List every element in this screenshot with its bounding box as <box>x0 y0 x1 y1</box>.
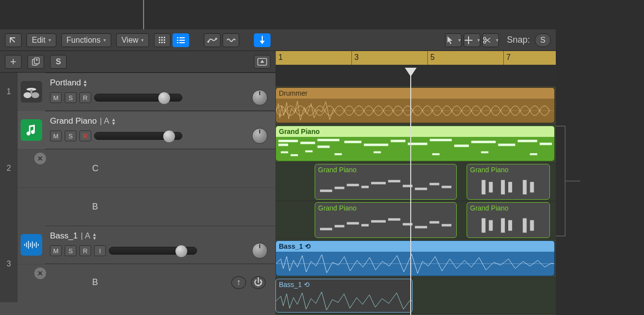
cycle-region[interactable]: 1 3 5 7 <box>275 51 556 65</box>
take-lane-label: B <box>63 188 275 226</box>
track-alternative-label: | A <box>81 231 91 241</box>
pointer-tool-button[interactable]: ▾ <box>445 33 462 47</box>
catch-playhead-button[interactable] <box>254 33 271 47</box>
svg-rect-49 <box>471 141 496 143</box>
duplicate-track-button[interactable] <box>27 55 44 69</box>
svg-rect-72 <box>489 182 493 193</box>
piano-region-alt-c2[interactable]: Grand Piano <box>467 164 550 200</box>
region-name: Drummer <box>279 89 307 97</box>
tracks-toolbar: Edit▾ Functions▾ View▾ ▾ ▾ ▾ Snap: S <box>0 29 556 51</box>
add-track-button[interactable]: + <box>5 55 22 69</box>
stack-menu-icon[interactable]: ▴▾ <box>84 79 87 87</box>
loop-icon: ⟲ <box>304 281 310 289</box>
solo-button[interactable]: S <box>65 245 76 256</box>
midi-note-icon <box>25 124 38 136</box>
functions-menu[interactable]: Functions▾ <box>61 33 111 47</box>
lane-power-button[interactable]: ⏻ <box>251 276 266 289</box>
svg-rect-85 <box>429 221 439 224</box>
snap-value-select[interactable]: S <box>535 33 551 47</box>
automation-curve-button[interactable] <box>204 33 221 47</box>
bass-region-main[interactable]: Bass_1 ⟲ <box>275 240 555 276</box>
arrange-lane-piano-b[interactable]: Grand Piano Grand Piano <box>275 201 556 239</box>
piano-region-alt-b1[interactable]: Grand Piano <box>315 202 457 238</box>
pan-knob[interactable] <box>252 90 268 105</box>
svg-rect-88 <box>489 220 493 231</box>
midi-notes-icon <box>467 213 549 237</box>
close-take-folder-button[interactable]: ✕ <box>34 267 46 279</box>
svg-rect-56 <box>335 153 342 155</box>
svg-rect-53 <box>281 151 288 153</box>
take-lane-c[interactable]: ✕ C <box>18 149 275 187</box>
global-solo-button[interactable]: S <box>50 55 67 69</box>
loop-icon: ⟲ <box>305 242 311 250</box>
svg-rect-71 <box>482 180 486 194</box>
svg-rect-38 <box>278 140 298 142</box>
stack-menu-icon[interactable]: ▴▾ <box>112 117 115 125</box>
automation-icon <box>207 37 217 44</box>
svg-point-15 <box>207 41 209 43</box>
flex-button[interactable] <box>223 33 239 47</box>
take-lane-b[interactable]: B <box>18 187 275 226</box>
midi-notes-icon <box>315 175 456 199</box>
pan-knob[interactable] <box>252 128 268 144</box>
solo-button[interactable]: S <box>65 131 76 141</box>
track-header-config-button[interactable] <box>254 55 271 69</box>
duplicate-icon <box>31 57 40 66</box>
drummer-region[interactable]: Drummer <box>275 87 555 123</box>
timeline-ruler[interactable]: 1 3 5 7 <box>275 51 556 86</box>
pan-knob[interactable] <box>252 243 268 259</box>
take-lane-label: C <box>63 150 275 187</box>
grid-icon <box>158 36 166 44</box>
track-header-bass[interactable]: 3 Bass_1| A▴▾ M S R I <box>0 226 275 264</box>
svg-point-26 <box>31 92 39 98</box>
navigate-up-button[interactable] <box>5 33 22 47</box>
track-header-piano[interactable]: 2 Grand Piano| A▴▾ M S R <box>0 111 275 149</box>
svg-rect-45 <box>391 140 405 142</box>
playhead-line[interactable] <box>410 73 411 315</box>
piano-region-main[interactable]: Grand Piano <box>275 126 555 161</box>
svg-rect-2 <box>164 37 165 38</box>
arrange-lane-piano-c[interactable]: Grand Piano Grand Piano <box>275 163 556 201</box>
grid-view-button[interactable] <box>154 33 171 47</box>
record-enable-button[interactable]: R <box>79 92 91 103</box>
arrange-lane-piano[interactable]: Grand Piano <box>275 125 556 163</box>
mute-button[interactable]: M <box>50 245 62 256</box>
edit-menu[interactable]: Edit▾ <box>26 33 56 47</box>
arrange-lane-drummer[interactable]: Drummer <box>275 86 556 125</box>
svg-rect-8 <box>164 42 165 43</box>
track-header-drummer[interactable]: 1 Portland▴▾ M S R <box>0 73 275 111</box>
marquee-tool-button[interactable]: ▾ <box>464 33 480 47</box>
volume-slider[interactable] <box>94 132 182 140</box>
svg-rect-51 <box>518 140 537 142</box>
record-enable-button[interactable]: R <box>79 131 91 141</box>
input-monitor-button[interactable]: I <box>94 245 106 256</box>
take-lane-label: B <box>92 277 98 288</box>
svg-rect-69 <box>429 183 439 185</box>
piano-region-alt-c1[interactable]: Grand Piano <box>315 164 457 200</box>
solo-button[interactable]: S <box>65 92 76 103</box>
volume-slider[interactable] <box>109 247 197 255</box>
mute-button[interactable]: M <box>50 131 62 141</box>
arrange-lane-bass[interactable]: Bass_1 ⟲ <box>275 239 556 278</box>
svg-rect-91 <box>523 218 527 233</box>
piano-region-alt-b2[interactable]: Grand Piano <box>467 202 550 238</box>
arrange-area[interactable]: Drummer Grand Piano <box>275 86 556 315</box>
list-view-button[interactable] <box>173 33 189 47</box>
bar-number: 5 <box>430 53 435 62</box>
drumkit-icon <box>23 84 40 99</box>
svg-rect-41 <box>318 139 340 141</box>
record-enable-button[interactable]: R <box>79 245 91 256</box>
svg-rect-5 <box>164 39 165 41</box>
view-menu[interactable]: View▾ <box>116 33 149 47</box>
scissors-tool-button[interactable]: ▾ <box>482 33 499 47</box>
mute-button[interactable]: M <box>50 92 62 103</box>
volume-slider[interactable] <box>94 94 182 102</box>
bass-region-alt-b[interactable]: Bass_1 ⟲ <box>275 279 413 313</box>
region-name: Grand Piano <box>318 204 357 212</box>
lane-up-button[interactable]: ↑ <box>231 276 246 289</box>
arrange-lane-bass-b[interactable]: Bass_1 ⟲ <box>275 278 556 314</box>
close-take-folder-button[interactable]: ✕ <box>34 153 46 164</box>
take-lane-b-bass[interactable]: ✕ B ↑ ⏻ <box>18 264 275 300</box>
stack-menu-icon[interactable]: ▴▾ <box>93 232 96 240</box>
crosshair-icon <box>465 36 472 44</box>
